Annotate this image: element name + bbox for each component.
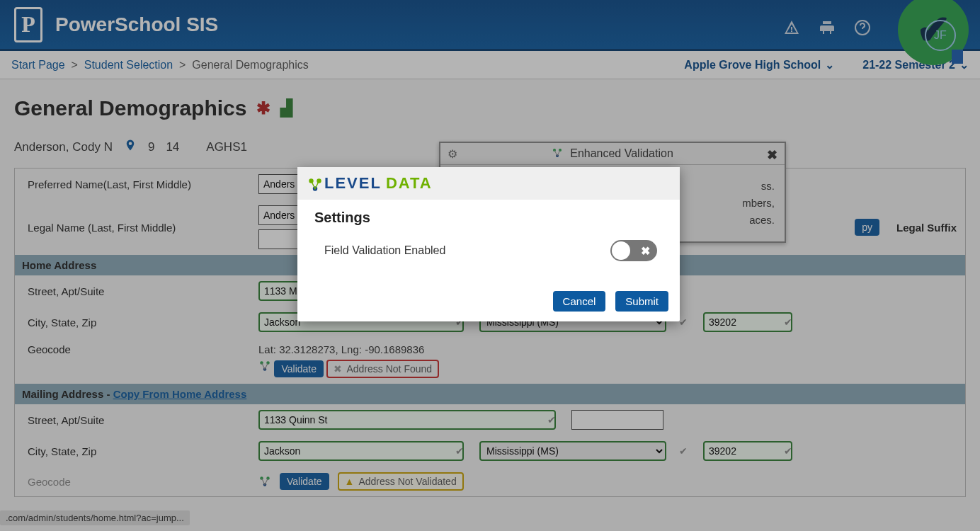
modal-title: Settings <box>314 210 663 226</box>
cancel-button[interactable]: Cancel <box>553 291 606 312</box>
modal-actions: Cancel Submit <box>297 291 680 321</box>
brand-data: DATA <box>386 174 433 193</box>
field-validation-label: Field Validation Enabled <box>324 244 445 257</box>
toggle-off-icon: ✖ <box>641 244 650 258</box>
settings-modal: LEVEL DATA Settings Field Validation Ena… <box>297 167 680 321</box>
modal-body: Settings Field Validation Enabled ✖ <box>297 200 680 291</box>
modal-header: LEVEL DATA <box>297 167 680 200</box>
field-validation-row: Field Validation Enabled ✖ <box>314 240 663 278</box>
leveldata-icon <box>307 177 320 190</box>
submit-button[interactable]: Submit <box>615 291 668 312</box>
toggle-knob <box>612 241 630 260</box>
field-validation-toggle[interactable]: ✖ <box>610 240 657 261</box>
brand-level: LEVEL <box>324 174 382 193</box>
